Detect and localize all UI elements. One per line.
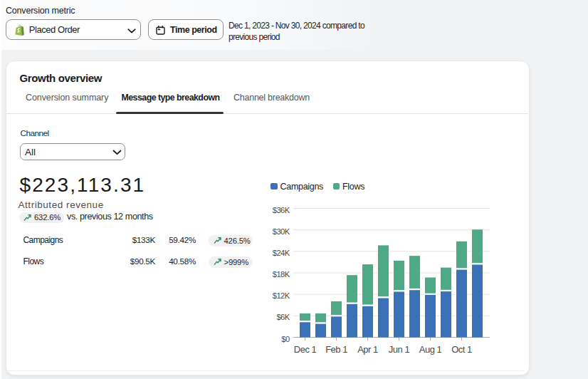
svg-text:Dec 1: Dec 1 [294,344,317,355]
svg-text:Apr 1: Apr 1 [357,344,378,355]
svg-text:$36K: $36K [273,206,290,214]
svg-text:$6K: $6K [276,313,290,321]
svg-text:Oct 1: Oct 1 [451,344,472,355]
svg-text:$24K: $24K [273,249,290,257]
svg-text:$0: $0 [281,335,290,343]
svg-text:Feb 1: Feb 1 [325,344,347,355]
svg-text:Aug 1: Aug 1 [419,344,442,355]
svg-text:$30K: $30K [273,227,290,236]
svg-text:$18K: $18K [273,270,290,279]
svg-text:Jun 1: Jun 1 [389,344,410,355]
svg-text:$12K: $12K [273,291,290,300]
